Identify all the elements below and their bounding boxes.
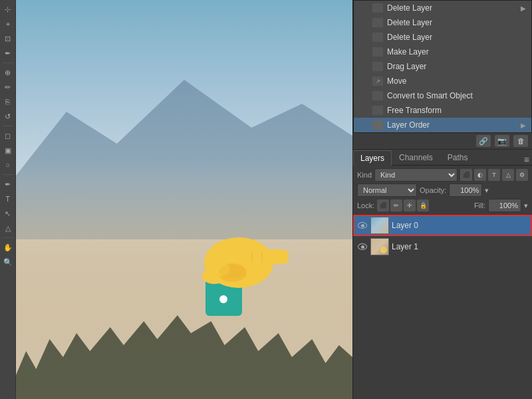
opacity-dropdown[interactable]: ▾ [485, 186, 489, 195]
panel-section: 🔗 📷 🗑 Layers Channels Paths ≡ Kind [353, 133, 532, 399]
opacity-input[interactable] [449, 184, 482, 197]
lock-image-button[interactable]: ✏ [390, 200, 402, 211]
lock-icons: ⬛ ✏ ✛ 🔒 [377, 200, 429, 211]
kind-icons: ⬛ ◐ T △ ⚙ [460, 169, 528, 181]
tool-eraser[interactable]: ◻ [1, 129, 15, 142]
layers-list: Layer 0 Layer 1 [353, 215, 532, 399]
right-panel: Delete Layer ▶ Delete Layer Delete Layer… [352, 0, 532, 399]
app-container: ⊹ ⌖ ⊡ ✒ ⊕ ✏ ⎘ ↺ ◻ ▣ ○ ✒ T ↖ △ ✋ 🔍 [0, 0, 532, 399]
menu-label-drag-layer: Drag Layer [387, 62, 526, 71]
tool-marquee[interactable]: ⊹ [1, 3, 15, 16]
menu-label-convert-smart: Convert to Smart Object [387, 91, 526, 100]
layer-controls: Kind Kind ⬛ ◐ T △ ⚙ Normal [353, 166, 532, 215]
blend-mode-select[interactable]: Normal Multiply Screen [357, 184, 417, 197]
layer-1-thumbnail [370, 238, 389, 255]
tool-path-select[interactable]: ↖ [1, 207, 15, 220]
svg-point-5 [275, 249, 289, 264]
layer-0-visibility-toggle[interactable] [357, 220, 368, 231]
toolbar-divider-2 [3, 126, 13, 126]
tool-dodge[interactable]: ○ [1, 158, 15, 172]
tool-gradient[interactable]: ▣ [1, 144, 15, 157]
canvas-area [16, 0, 352, 399]
kind-icon-adjust[interactable]: ◐ [474, 169, 486, 181]
blend-opacity-row: Normal Multiply Screen Opacity: ▾ [357, 184, 528, 197]
tool-type[interactable]: T [1, 192, 15, 205]
layer-row-layer-0[interactable]: Layer 0 [353, 215, 532, 236]
lock-label: Lock: [357, 201, 374, 209]
menu-item-delete-layer-2[interactable]: Delete Layer [354, 15, 531, 30]
menu-icon-9 [372, 120, 383, 130]
menu-arrow-9: ▶ [521, 122, 526, 129]
tool-history-brush[interactable]: ↺ [1, 110, 15, 123]
menu-icon-4 [372, 47, 383, 57]
pointing-hand [169, 213, 289, 319]
menu-item-convert-smart[interactable]: Convert to Smart Object [354, 88, 531, 103]
add-style-button[interactable]: 📷 [495, 135, 509, 147]
tool-eyedropper[interactable]: ✒ [1, 47, 15, 60]
tool-heal[interactable]: ⊕ [1, 66, 15, 79]
tab-paths[interactable]: Paths [440, 150, 475, 165]
menu-label-make-layer: Make Layer [387, 47, 526, 57]
kind-select[interactable]: Kind [374, 168, 458, 182]
layer-0-name: Layer 0 [392, 221, 528, 230]
kind-icon-pixel[interactable]: ⬛ [460, 169, 472, 181]
menu-label-delete-1: Delete Layer [387, 3, 517, 13]
context-menu: Delete Layer ▶ Delete Layer Delete Layer… [353, 0, 532, 133]
fill-input[interactable] [488, 199, 521, 212]
toolbar-divider-3 [3, 174, 13, 175]
tab-layers[interactable]: Layers [353, 150, 392, 166]
lock-fill-row: Lock: ⬛ ✏ ✛ 🔒 Fill: ▾ [357, 199, 528, 212]
kind-icon-type[interactable]: T [488, 169, 500, 181]
link-layers-button[interactable]: 🔗 [476, 135, 491, 147]
eye-icon-layer-1 [358, 243, 367, 250]
tool-brush[interactable]: ✏ [1, 80, 15, 94]
tool-pen[interactable]: ✒ [1, 178, 15, 191]
menu-label-delete-2: Delete Layer [387, 18, 526, 27]
lock-transparent-button[interactable]: ⬛ [377, 200, 389, 211]
layer-0-thumbnail [370, 217, 389, 234]
eye-icon-layer-0 [358, 222, 367, 229]
lock-move-button[interactable]: ✛ [404, 200, 416, 211]
menu-label-delete-3: Delete Layer [387, 33, 526, 42]
menu-icon-6: ↗ [372, 76, 383, 86]
kind-icon-shape[interactable]: △ [502, 169, 514, 181]
delete-layer-button[interactable]: 🗑 [513, 135, 528, 147]
canvas-wrapper [16, 0, 352, 399]
layer-1-name: Layer 1 [392, 242, 528, 251]
svg-point-1 [219, 295, 227, 303]
menu-item-free-transform[interactable]: Free Transform [354, 103, 531, 118]
panel-icons-row: 🔗 📷 🗑 [353, 133, 532, 150]
menu-label-layer-order: Layer Order [387, 120, 517, 130]
menu-item-delete-layer-3[interactable]: Delete Layer [354, 30, 531, 45]
tool-zoom[interactable]: 🔍 [1, 255, 15, 269]
tool-shape[interactable]: △ [1, 221, 15, 235]
layer-1-visibility-toggle[interactable] [357, 241, 368, 252]
tool-lasso[interactable]: ⌖ [1, 17, 15, 31]
layer-row-layer-1[interactable]: Layer 1 [353, 236, 532, 257]
menu-icon-7 [372, 91, 383, 100]
menu-icon-5 [372, 62, 383, 71]
toolbar-divider-4 [3, 237, 13, 238]
panel-tabs: Layers Channels Paths ≡ [353, 150, 532, 166]
menu-item-move[interactable]: ↗ Move [354, 74, 531, 88]
menu-icon-8 [372, 106, 383, 115]
menu-icon-3 [372, 33, 383, 42]
kind-icon-smart[interactable]: ⚙ [516, 169, 528, 181]
fill-dropdown[interactable]: ▾ [524, 201, 528, 210]
tab-channels[interactable]: Channels [392, 150, 440, 165]
layer-1-thumb-detail [380, 247, 387, 253]
menu-item-delete-layer-1[interactable]: Delete Layer ▶ [354, 1, 531, 15]
eye-dot-layer-0 [361, 224, 364, 227]
menu-label-free-transform: Free Transform [387, 106, 526, 115]
menu-item-make-layer[interactable]: Make Layer [354, 45, 531, 59]
menu-icon-2 [372, 18, 383, 27]
panel-menu-icon[interactable]: ≡ [524, 154, 529, 165]
lock-all-button[interactable]: 🔒 [417, 200, 429, 211]
tool-crop[interactable]: ⊡ [1, 32, 15, 45]
tool-hand[interactable]: ✋ [1, 241, 15, 254]
menu-item-layer-order[interactable]: Layer Order ▶ [354, 118, 531, 132]
opacity-label: Opacity: [420, 186, 446, 194]
menu-item-drag-layer[interactable]: Drag Layer [354, 59, 531, 74]
kind-label: Kind [357, 171, 372, 179]
tool-clone[interactable]: ⎘ [1, 95, 15, 108]
